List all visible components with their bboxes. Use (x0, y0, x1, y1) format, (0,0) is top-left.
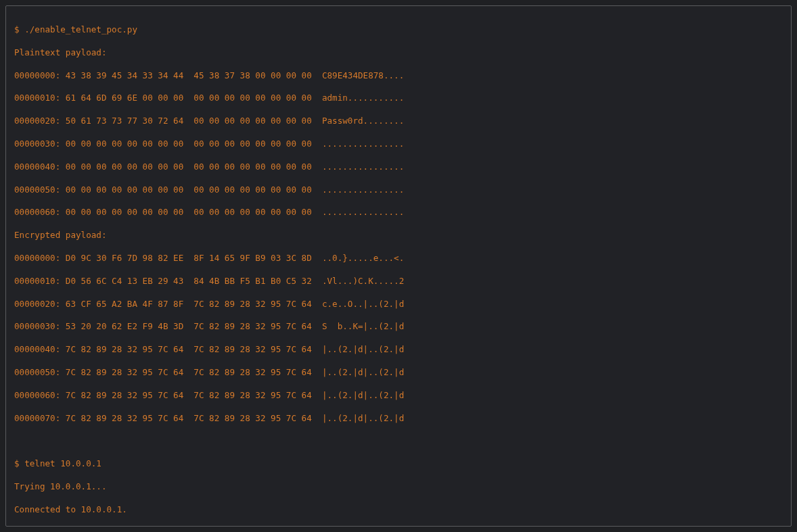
terminal-window: $ ./enable_telnet_poc.py Plaintext paylo… (5, 5, 792, 527)
encrypted-header: Encrypted payload: (14, 230, 106, 240)
command-line: $ ./enable_telnet_poc.py (14, 24, 137, 34)
hex-row: 00000000: 43 38 39 45 34 33 34 44 45 38 … (14, 70, 404, 80)
plaintext-header: Plaintext payload: (14, 47, 106, 57)
hex-row: 00000070: 7C 82 89 28 32 95 7C 64 7C 82 … (14, 413, 404, 423)
hex-row: 00000050: 00 00 00 00 00 00 00 00 00 00 … (14, 185, 404, 195)
output-line: Connected to 10.0.0.1. (14, 504, 127, 514)
command-line: $ telnet 10.0.0.1 (14, 458, 101, 468)
hex-row: 00000060: 7C 82 89 28 32 95 7C 64 7C 82 … (14, 390, 404, 400)
output-line: Trying 10.0.0.1... (14, 481, 106, 491)
hex-row: 00000010: D0 56 6C C4 13 EB 29 43 84 4B … (14, 276, 404, 286)
hex-row: 00000040: 00 00 00 00 00 00 00 00 00 00 … (14, 162, 404, 172)
hex-row: 00000010: 61 64 6D 69 6E 00 00 00 00 00 … (14, 93, 404, 103)
hex-row: 00000040: 7C 82 89 28 32 95 7C 64 7C 82 … (14, 344, 404, 354)
hex-row: 00000030: 00 00 00 00 00 00 00 00 00 00 … (14, 139, 404, 149)
hex-row: 00000050: 7C 82 89 28 32 95 7C 64 7C 82 … (14, 367, 404, 377)
hex-row: 00000020: 50 61 73 73 77 30 72 64 00 00 … (14, 116, 404, 126)
hex-row: 00000060: 00 00 00 00 00 00 00 00 00 00 … (14, 207, 404, 217)
hex-row: 00000030: 53 20 20 62 E2 F9 4B 3D 7C 82 … (14, 321, 404, 331)
hex-row: 00000000: D0 9C 30 F6 7D 98 82 EE 8F 14 … (14, 253, 404, 263)
hex-row: 00000020: 63 CF 65 A2 BA 4F 87 8F 7C 82 … (14, 299, 404, 309)
